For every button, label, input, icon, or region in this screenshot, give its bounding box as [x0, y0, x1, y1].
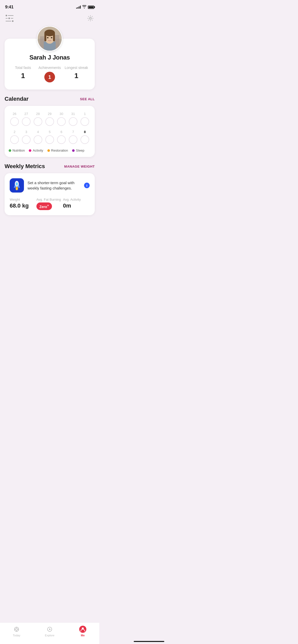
- avatar-image: [38, 27, 62, 51]
- avg-activity-label: Avg. Activity: [63, 198, 90, 201]
- header: [0, 13, 99, 26]
- total-fasts-label: Total fasts: [15, 66, 31, 70]
- cal-day-30: 30: [56, 111, 67, 127]
- cal-day-3: 3: [20, 129, 32, 145]
- calendar-header: Calendar SEE ALL: [5, 96, 95, 102]
- fat-burning-metric: Avg. Fat Burning Zero+: [36, 198, 63, 210]
- svg-point-12: [47, 37, 49, 38]
- calendar-week2: 2 3 4 5 6 7 8: [9, 129, 91, 145]
- calendar-see-all[interactable]: SEE ALL: [80, 97, 95, 101]
- longest-streak-value: 1: [74, 72, 78, 80]
- total-fasts-stat: Total fasts 1: [10, 66, 36, 80]
- calendar-card: 26 27 28 29 30 31: [5, 106, 95, 157]
- nutrition-label: Nutrition: [12, 149, 25, 152]
- svg-point-18: [16, 182, 18, 185]
- weight-label: Weight: [10, 198, 36, 201]
- svg-rect-10: [44, 33, 46, 41]
- weekly-metrics-section: Weekly Metrics MANAGE WEIGHT Set a short…: [5, 163, 95, 215]
- metrics-row: Weight 68.0 kg Avg. Fat Burning Zero+ Av…: [10, 198, 90, 210]
- signal-icon: [76, 6, 81, 9]
- cal-day-6: 6: [56, 129, 67, 145]
- cal-day-29: 29: [44, 111, 56, 127]
- cal-day-28: 28: [32, 111, 44, 127]
- promo-text: Set a shorter-term goal with weekly fast…: [28, 180, 80, 191]
- cal-day-1: 1: [79, 111, 91, 127]
- filter-icon[interactable]: [6, 15, 13, 22]
- legend-restoration: Restoration: [47, 149, 68, 152]
- fat-burning-value: Zero+: [36, 202, 63, 210]
- achievements-label: Achievements: [38, 66, 61, 70]
- avatar[interactable]: [37, 26, 62, 51]
- cal-day-27: 27: [20, 111, 32, 127]
- status-bar: 9:41: [0, 0, 99, 13]
- cal-day-5: 5: [44, 129, 56, 145]
- nutrition-dot: [9, 149, 11, 152]
- calendar-legend: Nutrition Activity Restoration Sleep: [9, 149, 91, 152]
- profile-card: Sarah J Jonas Total fasts 1 Achievements…: [5, 39, 95, 90]
- activity-dot: [29, 149, 31, 152]
- settings-icon[interactable]: [87, 15, 94, 22]
- status-icons: [76, 5, 94, 9]
- calendar-section: Calendar SEE ALL 26 27 28 29 30: [5, 96, 95, 157]
- cal-day-2: 2: [9, 129, 20, 145]
- svg-point-1: [90, 18, 91, 19]
- metrics-header: Weekly Metrics MANAGE WEIGHT: [5, 163, 95, 170]
- zero-plus-badge[interactable]: Zero+: [36, 202, 52, 210]
- info-button[interactable]: i: [84, 183, 90, 188]
- metrics-title: Weekly Metrics: [5, 163, 45, 170]
- avg-activity-metric: Avg. Activity 0m: [63, 198, 90, 209]
- stats-row: Total fasts 1 Achievements 1 Longest str…: [10, 66, 90, 82]
- sleep-dot: [72, 149, 75, 152]
- svg-rect-11: [53, 33, 55, 41]
- achievements-badge[interactable]: 1: [44, 72, 55, 82]
- wifi-icon: [82, 5, 86, 9]
- calendar-week1: 26 27 28 29 30 31: [9, 111, 91, 127]
- weight-metric: Weight 68.0 kg: [10, 198, 36, 209]
- metrics-promo: Set a shorter-term goal with weekly fast…: [10, 178, 90, 193]
- fat-burning-label: Avg. Fat Burning: [36, 198, 63, 201]
- cal-day-4: 4: [32, 129, 44, 145]
- legend-nutrition: Nutrition: [9, 149, 25, 152]
- avg-activity-value: 0m: [63, 202, 90, 209]
- status-time: 9:41: [5, 5, 13, 10]
- cal-day-26: 26: [9, 111, 20, 127]
- cal-day-31: 31: [67, 111, 79, 127]
- battery-icon: [88, 6, 94, 9]
- cal-day-7: 7: [67, 129, 79, 145]
- legend-sleep: Sleep: [72, 149, 84, 152]
- svg-point-20: [16, 188, 18, 190]
- longest-streak-label: Longest streak: [65, 66, 88, 70]
- sleep-label: Sleep: [76, 149, 84, 152]
- activity-label: Activity: [33, 149, 43, 152]
- restoration-label: Restoration: [51, 149, 68, 152]
- legend-activity: Activity: [29, 149, 43, 152]
- calendar-title: Calendar: [5, 96, 29, 102]
- restoration-dot: [47, 149, 50, 152]
- svg-point-13: [51, 37, 52, 38]
- user-name: Sarah J Jonas: [10, 54, 90, 61]
- weight-value: 68.0 kg: [10, 202, 36, 209]
- promo-icon: [10, 178, 24, 193]
- manage-weight-button[interactable]: MANAGE WEIGHT: [64, 165, 95, 168]
- cal-day-8[interactable]: 8: [79, 129, 91, 145]
- metrics-card: Set a shorter-term goal with weekly fast…: [5, 173, 95, 215]
- total-fasts-value: 1: [21, 72, 25, 80]
- profile-section: Sarah J Jonas Total fasts 1 Achievements…: [0, 39, 99, 90]
- achievements-stat: Achievements 1: [36, 66, 63, 82]
- longest-streak-stat: Longest streak 1: [63, 66, 90, 80]
